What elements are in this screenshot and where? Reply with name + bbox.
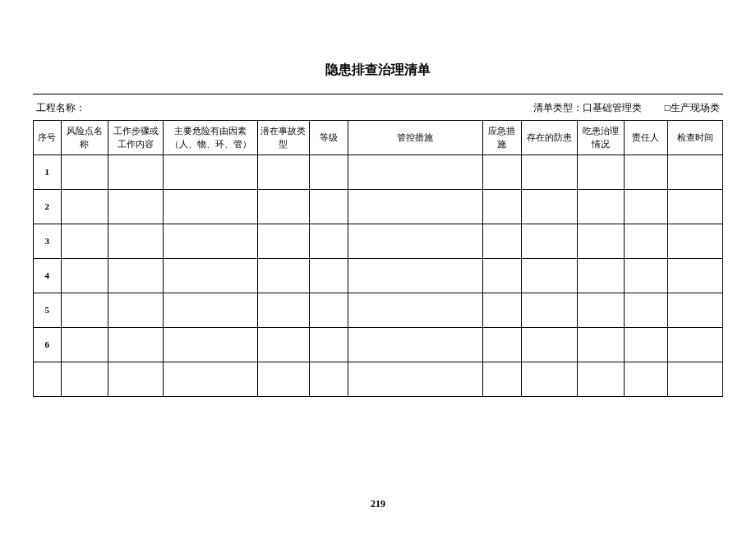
- cell: [164, 224, 258, 259]
- cell: [667, 155, 722, 190]
- cell: [577, 224, 625, 259]
- page-number: 219: [0, 498, 756, 510]
- header-level: 等级: [309, 121, 348, 155]
- cell: [309, 190, 348, 224]
- cell: [348, 224, 482, 259]
- cell: [348, 155, 482, 190]
- cell: [258, 328, 309, 362]
- cell: [577, 328, 625, 362]
- cell: [482, 259, 522, 293]
- cell: [108, 328, 164, 362]
- header-resp: 责任人: [625, 121, 668, 155]
- cell: [309, 155, 348, 190]
- cell: [667, 362, 722, 397]
- cell: [258, 155, 309, 190]
- cell: [309, 293, 348, 328]
- header-risk: 风险点名称: [61, 121, 108, 155]
- cell-seq: [34, 362, 62, 397]
- cell: [482, 155, 522, 190]
- header-treat: 吃患治理情况: [577, 121, 625, 155]
- cell: [164, 362, 258, 397]
- table-row: 5: [34, 293, 723, 328]
- cell: [625, 362, 668, 397]
- cell: [482, 190, 522, 224]
- list-type-section: 清单类型：口基础管理类□生产现场类: [533, 101, 720, 115]
- cell: [61, 190, 108, 224]
- table-header-row: 序号 风险点名称 工作步骤或工作内容 主要危险有由因素（人、物、环、管） 潜在事…: [34, 121, 723, 155]
- cell: [667, 224, 722, 259]
- cell: [61, 259, 108, 293]
- cell: [625, 328, 668, 362]
- cell: [108, 259, 164, 293]
- cell: [482, 328, 522, 362]
- cell: [258, 293, 309, 328]
- type-option-1: 口基础管理类: [583, 102, 642, 113]
- cell-seq: 2: [34, 190, 62, 224]
- header-seq: 序号: [34, 121, 62, 155]
- cell: [482, 224, 522, 259]
- cell: [348, 293, 482, 328]
- table-row: [34, 362, 723, 397]
- header-measure: 管控措施: [348, 121, 482, 155]
- cell: [309, 224, 348, 259]
- cell: [164, 328, 258, 362]
- cell: [258, 224, 309, 259]
- cell: [108, 224, 164, 259]
- checklist-table: 序号 风险点名称 工作步骤或工作内容 主要危险有由因素（人、物、环、管） 潜在事…: [33, 120, 723, 397]
- table-row: 2: [34, 190, 723, 224]
- table-row: 6: [34, 328, 723, 362]
- meta-row: 工程名称： 清单类型：口基础管理类□生产现场类: [33, 94, 723, 120]
- cell: [309, 362, 348, 397]
- cell: [482, 293, 522, 328]
- cell: [348, 190, 482, 224]
- cell: [309, 328, 348, 362]
- cell: [258, 259, 309, 293]
- cell: [522, 328, 577, 362]
- cell: [667, 293, 722, 328]
- cell-seq: 5: [34, 293, 62, 328]
- cell: [667, 328, 722, 362]
- cell: [108, 190, 164, 224]
- table-row: 4: [34, 259, 723, 293]
- cell: [577, 259, 625, 293]
- cell: [482, 362, 522, 397]
- cell: [625, 155, 668, 190]
- cell: [667, 259, 722, 293]
- header-emergency: 应急措施: [482, 121, 522, 155]
- type-option-2: □生产现场类: [665, 102, 720, 113]
- cell-seq: 1: [34, 155, 62, 190]
- header-accident: 潜在事故类型: [258, 121, 309, 155]
- table-row: 1: [34, 155, 723, 190]
- cell: [625, 293, 668, 328]
- cell: [61, 293, 108, 328]
- cell: [258, 362, 309, 397]
- cell: [164, 293, 258, 328]
- cell: [61, 224, 108, 259]
- header-exist: 存在的防患: [522, 121, 577, 155]
- cell: [108, 362, 164, 397]
- cell: [164, 259, 258, 293]
- cell: [625, 224, 668, 259]
- cell: [61, 155, 108, 190]
- table-row: 3: [34, 224, 723, 259]
- header-factor: 主要危险有由因素（人、物、环、管）: [164, 121, 258, 155]
- cell: [164, 190, 258, 224]
- cell: [577, 362, 625, 397]
- header-time: 检查时间: [667, 121, 722, 155]
- cell: [108, 155, 164, 190]
- cell: [61, 362, 108, 397]
- project-name-label: 工程名称：: [36, 101, 533, 115]
- cell-seq: 3: [34, 224, 62, 259]
- type-label: 清单类型：: [533, 102, 583, 113]
- document-title: 隐患排查治理清单: [33, 62, 723, 79]
- cell: [522, 155, 577, 190]
- cell: [522, 190, 577, 224]
- cell: [348, 328, 482, 362]
- cell: [522, 293, 577, 328]
- cell: [577, 190, 625, 224]
- cell: [667, 190, 722, 224]
- cell: [348, 362, 482, 397]
- cell: [522, 259, 577, 293]
- cell: [61, 328, 108, 362]
- cell: [309, 259, 348, 293]
